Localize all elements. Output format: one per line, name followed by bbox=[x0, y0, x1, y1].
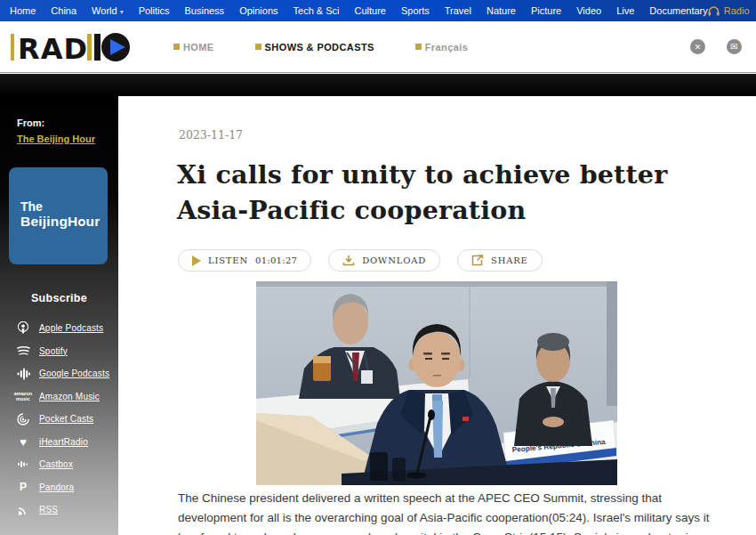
rss-icon bbox=[12, 504, 34, 515]
share-icon bbox=[471, 255, 484, 266]
iheartradio-icon bbox=[12, 435, 34, 449]
x-twitter-icon[interactable] bbox=[690, 39, 705, 54]
subscribe-label: Pocket Casts bbox=[39, 414, 93, 424]
menu-shows-label: SHOWS & PODCASTS bbox=[265, 42, 374, 53]
top-nav-links: Home China World Politics Business Opini… bbox=[0, 5, 708, 16]
subscribe-list: Apple Podcasts Spotify bbox=[0, 317, 118, 522]
subscribe-label: Spotify bbox=[39, 346, 68, 356]
nav-home[interactable]: Home bbox=[10, 5, 36, 16]
menu-home[interactable]: HOME bbox=[173, 42, 214, 53]
article-title: Xi calls for unity to achieve better Asi… bbox=[177, 157, 711, 229]
subscribe-label: iHeartRadio bbox=[39, 437, 88, 447]
gold-square-icon bbox=[255, 44, 261, 50]
subscribe-label: Pandora bbox=[39, 482, 74, 492]
menu-home-label: HOME bbox=[183, 42, 214, 53]
page: Home China World Politics Business Opini… bbox=[0, 0, 756, 535]
nav-picture[interactable]: Picture bbox=[531, 5, 561, 16]
clock-o-icon bbox=[78, 219, 85, 226]
subscribe-label: Castbox bbox=[39, 459, 73, 469]
nav-politics[interactable]: Politics bbox=[139, 5, 170, 16]
article-photo: People's Republic of China bbox=[256, 281, 617, 485]
amazon-music-icon: amazonmusic bbox=[12, 391, 34, 401]
subscribe-spotify[interactable]: Spotify bbox=[0, 340, 118, 363]
beijing-hour-logo[interactable]: The BeijingHur bbox=[9, 167, 108, 264]
play-icon bbox=[192, 255, 201, 266]
subscribe-label: Amazon Music bbox=[39, 392, 100, 401]
black-divider-band bbox=[0, 74, 756, 96]
subscribe-rss[interactable]: RSS bbox=[0, 499, 118, 522]
article-body: The Chinese president delivered a writte… bbox=[178, 489, 710, 535]
download-button[interactable]: DOWNLOAD bbox=[328, 249, 440, 272]
menu-shows-podcasts[interactable]: SHOWS & PODCASTS bbox=[255, 42, 374, 53]
subscribe-castbox[interactable]: Castbox bbox=[0, 453, 118, 476]
site-header: RAD HOME SHOWS & PODCASTS Français bbox=[0, 21, 756, 73]
subscribe-iheartradio[interactable]: iHeartRadio bbox=[0, 431, 118, 454]
article-date: 2023-11-17 bbox=[179, 128, 243, 142]
header-social-icons bbox=[690, 39, 742, 54]
top-nav: Home China World Politics Business Opini… bbox=[0, 0, 756, 21]
show-link-beijing-hour[interactable]: The Beijing Hour bbox=[17, 134, 95, 144]
listen-label: LISTEN bbox=[208, 255, 248, 265]
pocket-casts-icon bbox=[12, 413, 34, 426]
listen-button[interactable]: LISTEN 01:01:27 bbox=[178, 249, 311, 272]
nav-travel[interactable]: Travel bbox=[445, 5, 471, 16]
from-label: From: bbox=[17, 118, 44, 128]
nav-opinions[interactable]: Opinions bbox=[239, 5, 277, 16]
menu-francais-label: Français bbox=[425, 42, 468, 53]
nav-tech-sci[interactable]: Tech & Sci bbox=[294, 5, 340, 16]
nav-video[interactable]: Video bbox=[576, 5, 601, 16]
subscribe-apple-podcasts[interactable]: Apple Podcasts bbox=[0, 317, 118, 340]
gold-square-icon bbox=[173, 44, 180, 50]
spotify-icon bbox=[12, 345, 34, 356]
header-menu: HOME SHOWS & PODCASTS Français bbox=[173, 42, 468, 53]
action-buttons: LISTEN 01:01:27 DOWNLOAD SHARE bbox=[178, 249, 543, 272]
gold-square-icon bbox=[415, 44, 422, 50]
article-content: 2023-11-17 Xi calls for unity to achieve… bbox=[118, 96, 756, 535]
nav-documentary[interactable]: Documentary bbox=[649, 5, 707, 16]
download-icon bbox=[342, 255, 355, 266]
svg-text:RAD: RAD bbox=[18, 32, 88, 65]
radio-logo[interactable]: RAD bbox=[11, 29, 131, 65]
menu-francais[interactable]: Français bbox=[415, 42, 468, 53]
listen-duration: 01:01:27 bbox=[255, 255, 297, 265]
radio-link[interactable]: Radio bbox=[708, 5, 750, 16]
nav-sports[interactable]: Sports bbox=[401, 5, 430, 16]
google-podcasts-icon bbox=[12, 368, 34, 380]
subscribe-label: Google Podcasts bbox=[39, 369, 109, 378]
castbox-icon bbox=[12, 459, 34, 469]
share-button[interactable]: SHARE bbox=[457, 249, 543, 272]
subscribe-label: Apple Podcasts bbox=[39, 323, 103, 333]
radio-label: Radio bbox=[724, 5, 750, 16]
subscribe-google-podcasts[interactable]: Google Podcasts bbox=[0, 362, 118, 385]
nav-business[interactable]: Business bbox=[184, 5, 224, 16]
headphones-icon bbox=[708, 6, 720, 16]
subscribe-pandora[interactable]: Pandora bbox=[0, 476, 118, 499]
subscribe-pocket-casts[interactable]: Pocket Casts bbox=[0, 408, 118, 431]
subscribe-label: RSS bbox=[39, 505, 58, 515]
top-nav-right: Radio TV bbox=[708, 0, 756, 21]
share-label: SHARE bbox=[491, 255, 528, 265]
nav-world[interactable]: World bbox=[92, 5, 124, 16]
logo-line1: The bbox=[20, 199, 43, 214]
nav-culture[interactable]: Culture bbox=[355, 5, 386, 16]
sidebar: From: The Beijing Hour The BeijingHur Su… bbox=[0, 96, 118, 535]
subscribe-amazon-music[interactable]: amazonmusic Amazon Music bbox=[0, 385, 118, 409]
nav-china[interactable]: China bbox=[51, 5, 76, 16]
logo-line2: BeijingHur bbox=[20, 214, 100, 230]
pandora-icon bbox=[12, 481, 34, 493]
nav-live[interactable]: Live bbox=[616, 5, 634, 16]
email-icon[interactable] bbox=[727, 39, 742, 54]
nav-nature[interactable]: Nature bbox=[487, 5, 516, 16]
apec-summit-photo: People's Republic of China bbox=[256, 281, 617, 485]
download-label: DOWNLOAD bbox=[362, 255, 426, 265]
apple-podcasts-icon bbox=[12, 321, 34, 335]
subscribe-title: Subscribe bbox=[0, 292, 118, 304]
